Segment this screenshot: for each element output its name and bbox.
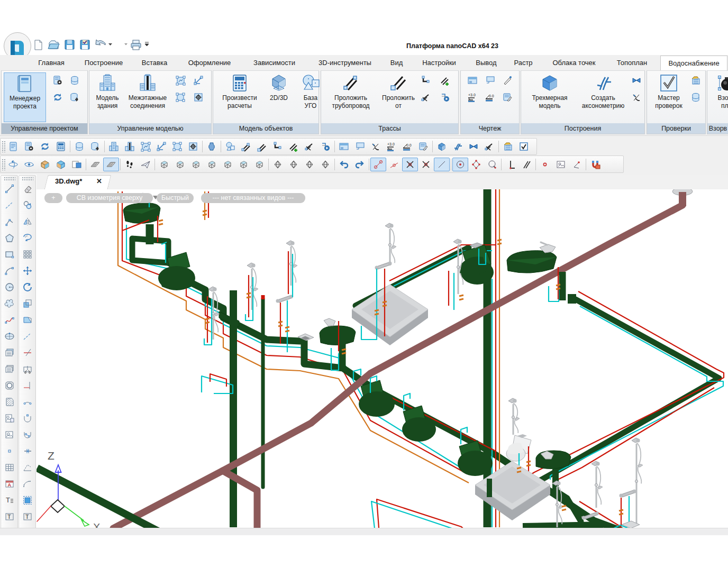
svg-text:X: X (93, 521, 100, 528)
svg-text:+3.0: +3.0 (468, 93, 476, 97)
svg-text:T: T (7, 514, 11, 520)
svg-text:0.0: 0.0 (406, 143, 412, 147)
svg-text:A: A (7, 482, 11, 487)
svg-text:Z: Z (48, 450, 54, 462)
svg-text:T: T (6, 496, 10, 504)
svg-text:+3.0: +3.0 (387, 142, 395, 146)
svg-text:0.0: 0.0 (489, 94, 494, 98)
svg-text:T: T (25, 514, 29, 520)
